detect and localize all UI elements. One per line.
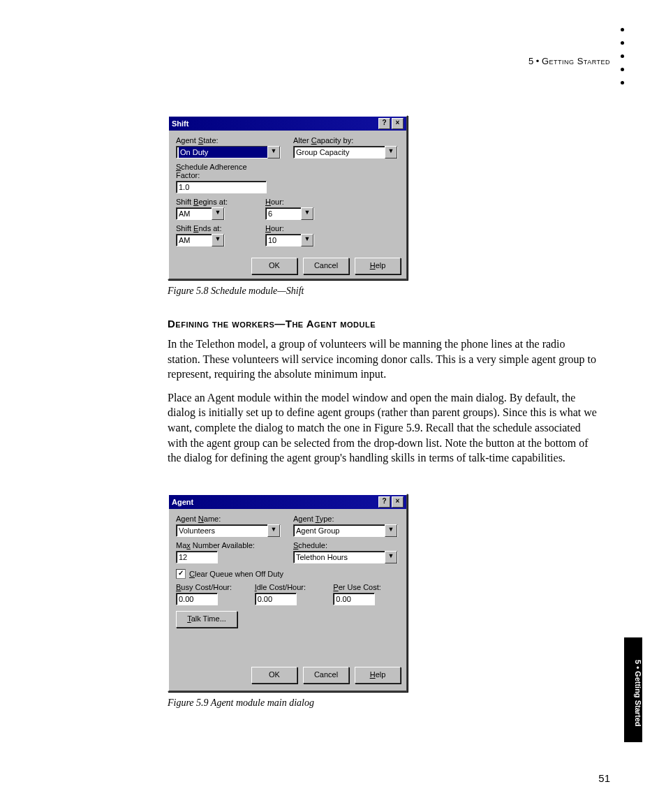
hour1-label: Hour: <box>265 198 314 206</box>
chevron-down-icon[interactable]: ▼ <box>267 524 280 537</box>
busy-cost-label: Busy Cost/Hour: <box>176 583 242 591</box>
shift-ends-ampm-combo[interactable]: AM ▼ <box>176 234 225 246</box>
shift-dialog: Shift ? × Agent State: On Duty ▼ Alter C… <box>168 115 408 280</box>
shift-title: Shift <box>172 119 377 128</box>
shift-ends-hour-combo[interactable]: 10 ▼ <box>265 234 314 246</box>
busy-cost-input[interactable]: 0.00 <box>176 593 218 605</box>
help-button[interactable]: Help <box>355 258 401 274</box>
schedule-label: Schedule: <box>293 541 398 549</box>
decorative-dots <box>621 28 624 84</box>
chevron-down-icon[interactable]: ▼ <box>385 551 397 563</box>
close-icon[interactable]: × <box>392 118 404 129</box>
talk-time-button[interactable]: Talk Time... <box>176 611 237 628</box>
chevron-down-icon[interactable]: ▼ <box>301 207 313 220</box>
agent-state-label: Agent State: <box>176 136 281 145</box>
chevron-down-icon[interactable]: ▼ <box>267 146 280 158</box>
per-use-cost-input[interactable]: 0.00 <box>333 593 375 605</box>
agent-titlebar: Agent ? × <box>169 495 406 509</box>
paragraph-1: In the Telethon model, a group of volunt… <box>168 337 600 382</box>
agent-type-label: Agent Type: <box>293 515 398 523</box>
help-icon[interactable]: ? <box>378 118 390 129</box>
figure-5-8-caption: Figure 5.8 Schedule module—Shift <box>168 286 600 297</box>
side-tab: 5 • Getting Started <box>624 637 642 742</box>
schedule-factor-label: Schedule Adherence Factor: <box>176 163 267 179</box>
ok-button[interactable]: OK <box>251 258 297 274</box>
close-icon[interactable]: × <box>392 496 404 508</box>
shift-ends-label: Shift Ends at: <box>176 224 232 232</box>
alter-capacity-label: Alter Capacity by: <box>293 136 398 145</box>
chevron-down-icon[interactable]: ▼ <box>212 234 224 246</box>
agent-name-combo[interactable]: Volunteers ▼ <box>176 524 281 537</box>
max-number-input[interactable]: 12 <box>176 551 218 563</box>
help-button[interactable]: Help <box>355 667 401 684</box>
figure-5-9-caption: Figure 5.9 Agent module main dialog <box>168 697 600 709</box>
idle-cost-input[interactable]: 0.00 <box>255 593 297 605</box>
shift-begins-hour-combo[interactable]: 6 ▼ <box>265 207 314 220</box>
max-number-label: Max Number Available: <box>176 541 281 549</box>
idle-cost-label: Idle Cost/Hour: <box>255 583 321 591</box>
shift-titlebar: Shift ? × <box>169 117 406 131</box>
clear-queue-label: Clear Queue when Off Duty <box>189 570 283 578</box>
clear-queue-checkbox[interactable]: ✓ Clear Queue when Off Duty <box>176 569 283 579</box>
alter-capacity-combo[interactable]: Group Capacity ▼ <box>293 146 398 158</box>
agent-dialog: Agent ? × Agent Name: Volunteers ▼ Agent <box>168 494 408 692</box>
paragraph-2: Place an Agent module within the model w… <box>168 390 600 466</box>
cancel-button[interactable]: Cancel <box>303 258 349 274</box>
hour2-label: Hour: <box>265 224 314 232</box>
chevron-down-icon[interactable]: ▼ <box>385 524 397 537</box>
shift-begins-ampm-combo[interactable]: AM ▼ <box>176 207 225 220</box>
checkbox-icon: ✓ <box>176 569 186 579</box>
agent-type-combo[interactable]: Agent Group ▼ <box>293 524 398 537</box>
shift-begins-label: Shift Begins at: <box>176 198 232 206</box>
agent-name-label: Agent Name: <box>176 515 281 523</box>
agent-title: Agent <box>172 498 377 506</box>
section-heading: Defining the workers—The Agent module <box>168 318 600 330</box>
schedule-combo[interactable]: Telethon Hours ▼ <box>293 551 398 563</box>
chevron-down-icon[interactable]: ▼ <box>301 234 313 246</box>
ok-button[interactable]: OK <box>251 667 297 684</box>
page-number: 51 <box>598 772 610 784</box>
per-use-cost-label: Per Use Cost: <box>333 583 399 591</box>
chevron-down-icon[interactable]: ▼ <box>385 146 397 158</box>
chevron-down-icon[interactable]: ▼ <box>212 207 224 220</box>
help-icon[interactable]: ? <box>378 496 390 508</box>
agent-state-combo[interactable]: On Duty ▼ <box>176 146 281 158</box>
cancel-button[interactable]: Cancel <box>303 667 349 684</box>
schedule-factor-input[interactable]: 1.0 <box>176 181 267 193</box>
